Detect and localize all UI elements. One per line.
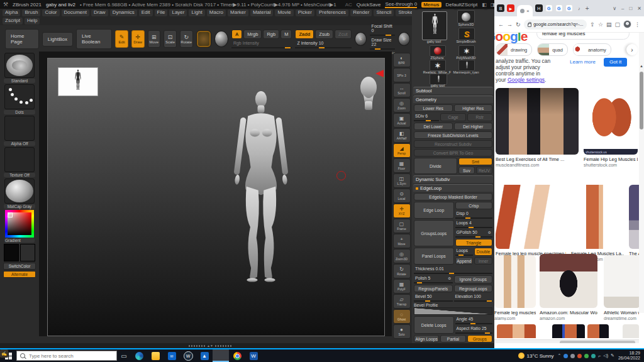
menus-toggle[interactable]: Menus: [421, 2, 441, 8]
shelf-button[interactable]: SPix 3: [393, 68, 411, 82]
polish-gear-icon[interactable]: ⚙: [448, 276, 451, 280]
alternate-button[interactable]: Alternate: [3, 271, 36, 278]
del-lower-button[interactable]: Del Lower: [414, 123, 453, 130]
menu-item[interactable]: Document: [62, 9, 89, 16]
bookmark-star-icon[interactable]: ☆: [598, 21, 603, 28]
default-zscript-button[interactable]: DefaultZScript: [446, 2, 478, 8]
double-toggle[interactable]: Double: [474, 248, 492, 256]
shelf-button[interactable]: ⊙ Local: [393, 189, 411, 203]
realistic-white-f-tool[interactable]: ✶: [430, 60, 446, 71]
result-thumbnail[interactable]: [571, 185, 624, 249]
regroup-loops-button[interactable]: RegroupLoops: [454, 285, 493, 292]
browser-menu-icon[interactable]: ⋮: [635, 21, 640, 28]
zsphere-tool[interactable]: [430, 45, 446, 57]
shelf-button[interactable]: ◌ Ghost: [393, 309, 411, 324]
edgeloop-masked-border-button[interactable]: Edgeloop Masked Border: [414, 193, 492, 200]
menu-item[interactable]: File: [155, 9, 168, 16]
image-result[interactable]: Amazon.com: Muscular Wom... amazon.com: [540, 254, 597, 321]
lightbox-button[interactable]: LightBox: [42, 32, 73, 47]
google-tab-icon[interactable]: G: [545, 4, 553, 12]
zadd-button[interactable]: Zadd: [295, 30, 314, 39]
result-thumbnail[interactable]: [629, 185, 639, 249]
groupsloops-button[interactable]: GroupsLoops: [414, 220, 454, 246]
menu-item[interactable]: Marker: [228, 9, 248, 16]
freeze-subdivision-button[interactable]: Freeze SubDivision Levels: [414, 131, 492, 139]
dynamic-subdiv-section-header[interactable]: Dynamic Subdiv: [413, 175, 493, 183]
image-result[interactable]: Female leg muscles Sto... alamy.com: [494, 255, 536, 321]
cage-button[interactable]: Cage: [440, 113, 465, 121]
menu-item[interactable]: Render: [350, 9, 372, 16]
edge-taskbar-icon[interactable]: [131, 349, 147, 362]
menu-item[interactable]: Picker: [296, 9, 314, 16]
higher-res-button[interactable]: Higher Res: [454, 104, 493, 112]
tray-icon[interactable]: [591, 354, 596, 358]
rotate-mode-button[interactable]: ↻Rotate: [180, 30, 193, 48]
stroke-selector[interactable]: Dots: [4, 84, 35, 114]
zbrush-taskbar-icon[interactable]: ✍: [213, 349, 229, 362]
menu-item[interactable]: Help: [25, 18, 40, 25]
panel-loops-button[interactable]: Panel Loops: [414, 248, 454, 265]
divide-button[interactable]: Divide: [414, 158, 457, 174]
task-view-button[interactable]: ▭: [117, 353, 131, 359]
chrome-taskbar-icon[interactable]: [229, 349, 245, 362]
current-material-sphere[interactable]: [214, 31, 228, 47]
crisp-toggle[interactable]: Crisp: [455, 202, 493, 209]
selected-tool-thumbnail[interactable]: [422, 11, 447, 40]
sdiv-slider[interactable]: SDiv 6: [414, 113, 439, 121]
horizontal-scrollbar[interactable]: [494, 339, 639, 343]
network-icon[interactable]: ⌐: [598, 354, 601, 358]
photos-taskbar-icon[interactable]: ▲: [196, 349, 213, 362]
got-it-button[interactable]: Got it: [604, 58, 627, 67]
menu-item[interactable]: Brush: [22, 9, 40, 16]
aspect-ratio-slider[interactable]: Aspect Ratio 25: [455, 326, 493, 334]
google-tab-icon[interactable]: G: [565, 4, 573, 12]
rstr-button[interactable]: Rstr: [467, 113, 492, 121]
shelf-button[interactable]: ◐ BPR: [393, 53, 411, 67]
shelf-button[interactable]: ◧ AAHalf: [393, 128, 411, 143]
menu-item[interactable]: Movie: [275, 9, 293, 16]
disp-slider[interactable]: Disp 0: [455, 211, 493, 219]
menu-item[interactable]: Light: [189, 9, 204, 16]
word-taskbar-icon[interactable]: W: [245, 349, 262, 362]
partial-toggle[interactable]: Partial: [440, 335, 465, 343]
polish-slider[interactable]: Polish 5⚙: [414, 275, 453, 283]
dynamic-circle-icon[interactable]: D: [398, 32, 410, 46]
align-loops-button[interactable]: Align Loops: [414, 335, 439, 343]
delete-loops-button[interactable]: Delete Loops: [414, 316, 454, 334]
gradient-label[interactable]: Gradient: [4, 238, 35, 243]
filter-chip[interactable]: anatomy: [573, 43, 611, 56]
edgeloop-section-header[interactable]: EdgeLoop: [413, 184, 493, 192]
switchcolor-button[interactable]: SwitchColor: [3, 263, 36, 270]
rgb-intensity-slider[interactable]: Rgb Intensity: [231, 40, 292, 48]
new-tab-button[interactable]: +: [586, 5, 589, 12]
loops-slider[interactable]: Loops 4: [455, 220, 493, 228]
geometry-section-header[interactable]: Geometry: [413, 96, 493, 103]
rgb-button[interactable]: Rgb: [263, 30, 279, 39]
google-settings-link[interactable]: Google settings: [508, 77, 545, 83]
m-button[interactable]: M: [280, 30, 292, 39]
result-thumbnail[interactable]: [496, 88, 579, 155]
zcut-button[interactable]: Zcut: [335, 30, 352, 39]
google-search-box[interactable]: [536, 33, 630, 40]
gpolish-slider[interactable]: GPolish 50⚙: [455, 229, 493, 238]
shelf-button[interactable]: ▦ Floor: [393, 158, 411, 173]
scale-mode-button[interactable]: ⊡Scale: [164, 30, 177, 48]
taskbar-clock[interactable]: 18:29 26/04/2022: [618, 351, 640, 361]
triangle-toggle[interactable]: Triangle: [455, 239, 493, 246]
secondary-color-swatch[interactable]: [20, 244, 35, 261]
image-result[interactable]: Female leg leg muscle specimen human ...…: [496, 185, 566, 261]
menu-item[interactable]: Material: [250, 9, 273, 16]
shelf-button[interactable]: ● Solo: [393, 324, 411, 339]
image-result[interactable]: Best Leg Exercises of All Time ... muscl…: [496, 88, 579, 167]
thickness-slider[interactable]: Thickness 0.01: [414, 266, 492, 274]
elevation-slider[interactable]: Elevation 100: [454, 293, 493, 302]
shelf-button[interactable]: ↔ Scroll: [393, 83, 411, 97]
menu-item[interactable]: Macro: [207, 9, 226, 16]
shelf-button[interactable]: ↻ Rotate: [393, 264, 411, 278]
gpolish-gear-icon[interactable]: ⚙: [488, 230, 491, 234]
chips-scroll-right-icon[interactable]: ›: [626, 44, 638, 55]
sphere3d-tool[interactable]: [457, 10, 475, 23]
image-result[interactable]: The An veryw: [629, 185, 639, 261]
menu-item[interactable]: Layer: [169, 9, 187, 16]
ignore-groups-toggle[interactable]: Ignore Groups: [454, 275, 493, 283]
